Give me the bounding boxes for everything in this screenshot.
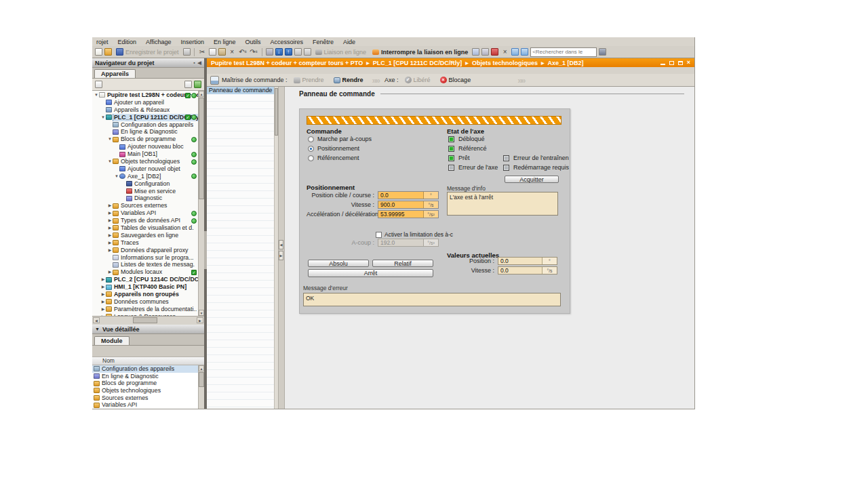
tree-item[interactable]: ▶HMI_1 [KTP400 Basic PN] (92, 283, 198, 291)
menu-item[interactable]: Accessoires (271, 39, 304, 45)
expand-icon[interactable]: ▶ (100, 306, 106, 313)
expand-icon[interactable]: ▶ (100, 291, 106, 298)
expand-icon[interactable]: ▼ (100, 114, 106, 121)
scrollbar-thumb[interactable] (199, 372, 204, 387)
redo-dropdown-icon[interactable]: ± (256, 49, 258, 54)
compile-icon[interactable] (266, 48, 273, 56)
tree-vertical-scrollbar[interactable]: ▲ ▼ (198, 91, 204, 316)
tree-item[interactable]: ▶Types de données API (92, 217, 198, 224)
minimize-icon[interactable] (660, 64, 665, 65)
copy-icon[interactable] (209, 48, 216, 56)
collapse-left-icon[interactable]: ◀ (279, 240, 283, 249)
expand-icon[interactable]: ▶ (100, 283, 106, 291)
find-icon[interactable] (599, 48, 606, 56)
axis-block-button[interactable]: × Blocage (437, 75, 475, 85)
paste-icon[interactable] (218, 48, 226, 56)
collapse-right-icon[interactable]: ▶ (279, 251, 283, 260)
scrollbar-thumb[interactable] (199, 98, 204, 199)
nav-scrollbar[interactable] (274, 87, 278, 409)
detail-list-item[interactable]: Configuration des appareils (92, 365, 198, 373)
expand-icon[interactable]: ▶ (100, 276, 106, 283)
detail-vertical-scrollbar[interactable]: ▲ (198, 365, 204, 409)
value-field[interactable]: 0.0° (378, 191, 439, 199)
tree-item[interactable]: ▶Modules locaux✓ (92, 268, 198, 276)
relative-button[interactable]: Relatif (372, 260, 433, 267)
tree-item[interactable]: Ajouter nouveau bloc (92, 143, 198, 150)
menu-item[interactable]: Affichage (146, 39, 171, 45)
tree-item[interactable]: Listes de textes de messag. (92, 261, 198, 268)
column-view-icon[interactable] (184, 81, 192, 88)
menu-item[interactable]: Edition (118, 39, 137, 45)
close-editor-icon[interactable]: × (500, 48, 509, 56)
expand-icon[interactable]: ▶ (107, 217, 113, 224)
maximize-icon[interactable] (678, 61, 683, 65)
nav-splitter[interactable]: ◀ ▶ (279, 87, 285, 409)
detail-list-item[interactable]: Objets technologiques (92, 387, 198, 394)
tree-item[interactable]: ▼Objets technologiques (92, 158, 198, 165)
tree-item[interactable]: ▼Blocs de programme (92, 136, 198, 143)
tree-item[interactable]: ▶Appareils non groupés (92, 291, 198, 298)
scrollbar-thumb[interactable] (133, 317, 157, 323)
float-window-icon[interactable] (669, 61, 674, 65)
expand-icon[interactable]: ▶ (107, 239, 113, 247)
scroll-down-icon[interactable]: ▼ (199, 310, 204, 316)
expand-icon[interactable]: ▼ (114, 173, 119, 180)
collapse-panel-icon[interactable]: ◀ (198, 60, 201, 66)
stop-cpu-icon[interactable] (304, 48, 311, 56)
absolute-button[interactable]: Absolu (308, 260, 369, 267)
stop-button[interactable]: Arrêt (308, 269, 433, 277)
new-folder-icon[interactable] (95, 81, 102, 88)
tree-item[interactable]: ▼PLC_1 [CPU 1211C DC/DC/Rly]✓ (92, 114, 198, 121)
tree-item[interactable]: Informations sur le progra... (92, 254, 198, 262)
tree-item[interactable]: Mise en service (92, 188, 198, 195)
scroll-up-icon[interactable]: ▲ (199, 91, 204, 97)
cut-icon[interactable]: ✂ (198, 48, 207, 56)
breadcrumb-item[interactable]: PLC_1 [CPU 1211C DC/DC/Rly] (373, 60, 462, 66)
open-project-icon[interactable] (104, 48, 112, 56)
print-icon[interactable] (183, 48, 191, 56)
tree-item[interactable]: Diagnostic (92, 195, 198, 202)
tree-item[interactable]: Main [OB1] (92, 150, 198, 158)
scrollbar-thumb[interactable] (275, 88, 278, 136)
window-layout-icon[interactable] (481, 48, 489, 56)
nav-item-panneau-de-commande[interactable]: Panneau de commande (207, 87, 278, 94)
detail-list-item[interactable]: Blocs de programme (92, 380, 198, 387)
tree-item[interactable]: ▶Tables de visualisation et d. (92, 224, 198, 232)
tree-item[interactable]: Appareils & Réseaux (92, 106, 198, 114)
tree-horizontal-scrollbar[interactable]: ◀ ▶ (92, 316, 204, 325)
detail-list-item[interactable]: Variables API (92, 401, 198, 409)
tree-item[interactable]: ▶Données d'appareil proxy (92, 247, 198, 254)
tree-item[interactable]: Ajouter un appareil (92, 99, 198, 106)
scroll-right-icon[interactable]: ▶ (197, 317, 203, 323)
expand-icon[interactable]: ▼ (107, 136, 113, 143)
expand-icon[interactable]: ▼ (107, 158, 113, 165)
upload-from-device-icon[interactable]: ↑ (285, 48, 292, 56)
tree-item[interactable]: ▼Axe_1 [DB2] (92, 173, 198, 180)
acknowledge-button[interactable]: Acquitter (505, 176, 559, 183)
split-editor-vertical-icon[interactable] (521, 48, 528, 56)
menu-item[interactable]: Fenêtre (313, 39, 334, 45)
radio-option[interactable]: Marche par à-coups (308, 134, 372, 144)
jerk-limit-checkbox[interactable] (376, 232, 382, 238)
split-editor-horizontal-icon[interactable] (511, 48, 519, 56)
go-offline-button[interactable]: Interrompre la liaison en ligne (370, 47, 470, 57)
expand-icon[interactable]: ▶ (107, 209, 113, 217)
tree-item[interactable]: Ajouter nouvel objet (92, 165, 198, 173)
undo-dropdown-icon[interactable]: ± (245, 49, 247, 54)
menu-item[interactable]: Outils (245, 39, 260, 45)
tree-item[interactable]: ▶PLC_2 [CPU 1214C DC/DC/DC] (92, 276, 198, 283)
tree-item[interactable]: ▶Sources externes (92, 202, 198, 209)
delete-icon[interactable]: × (228, 48, 237, 56)
download-to-device-icon[interactable]: ↓ (275, 48, 283, 56)
value-field[interactable]: 900.0°/s (378, 201, 439, 209)
tab-appareils[interactable]: Appareils (94, 69, 136, 78)
simulation-icon[interactable] (491, 48, 498, 56)
expand-icon[interactable]: ▶ (107, 247, 113, 254)
radio-option[interactable]: Positionnement (308, 144, 372, 153)
take-control-button[interactable]: Prendre (290, 75, 328, 85)
scroll-up-icon[interactable]: ▲ (199, 365, 204, 371)
go-online-button[interactable]: Liaison en ligne (313, 47, 369, 57)
breadcrumb-item[interactable]: Pupitre test L298N + codeur + compteur t… (211, 60, 363, 66)
breadcrumb-item[interactable]: Axe_1 [DB2] (548, 60, 584, 66)
undo-button[interactable]: ↶± (239, 48, 248, 56)
